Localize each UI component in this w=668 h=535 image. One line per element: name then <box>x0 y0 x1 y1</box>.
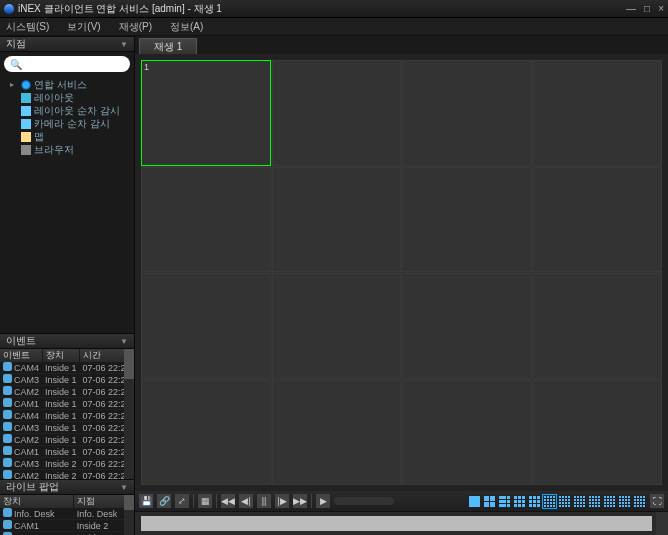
video-cell[interactable]: 1 <box>141 60 271 166</box>
video-cell[interactable] <box>141 273 271 379</box>
save-button[interactable]: 💾 <box>139 494 153 508</box>
timeline-track[interactable] <box>141 516 652 531</box>
tree-item-camseq[interactable]: 카메라 순차 감시 <box>4 117 130 130</box>
video-cell[interactable] <box>272 167 402 273</box>
event-panel-title: 이벤트 <box>6 334 36 348</box>
maximize-button[interactable]: □ <box>644 3 650 14</box>
layout-4x4-button[interactable] <box>588 495 601 508</box>
live-panel-header[interactable]: 라이브 팝업 ▼ <box>0 479 134 495</box>
close-button[interactable]: × <box>658 3 664 14</box>
video-cell[interactable] <box>272 273 402 379</box>
motion-icon <box>3 398 12 407</box>
layout-icon <box>21 93 31 103</box>
search-input[interactable] <box>4 56 130 72</box>
event-row[interactable]: CAM2Inside 107-06 22:27... <box>0 434 134 446</box>
event-row[interactable]: CAM2Inside 207-06 22:28... <box>0 470 134 480</box>
layout-4x4-button[interactable] <box>618 495 631 508</box>
video-cell[interactable] <box>402 167 532 273</box>
event-row[interactable]: CAM3Inside 107-06 22:28... <box>0 374 134 386</box>
live-table: 장치 지점 Info. DeskInfo. DeskCAM1Inside 2CA… <box>0 495 134 535</box>
fullscreen-button[interactable]: ⛶ <box>650 494 664 508</box>
video-cell[interactable] <box>402 60 532 166</box>
rewind-step-button[interactable]: ◀| <box>239 494 253 508</box>
search-wrap <box>0 52 134 76</box>
layout-4x4-button[interactable] <box>543 495 556 508</box>
event-row[interactable]: CAM4Inside 107-06 22:27... <box>0 410 134 422</box>
layout-4x4-button[interactable] <box>633 495 646 508</box>
chevron-down-icon[interactable]: ▼ <box>120 483 128 492</box>
chevron-down-icon[interactable]: ▼ <box>120 40 128 49</box>
layout-buttons <box>468 495 646 508</box>
menu-system[interactable]: 시스템(S) <box>6 20 49 34</box>
video-cell[interactable] <box>141 167 271 273</box>
tree-item-layseq[interactable]: 레이아웃 순차 감시 <box>4 104 130 117</box>
minimize-button[interactable]: — <box>626 3 636 14</box>
link-button[interactable]: 🔗 <box>157 494 171 508</box>
globe-icon <box>21 80 31 90</box>
layout-3x3-button[interactable] <box>528 495 541 508</box>
tree-item-map[interactable]: 맵 <box>4 130 130 143</box>
layout-1x1-button[interactable] <box>468 495 481 508</box>
video-cell[interactable] <box>402 380 532 486</box>
tree-item-layout[interactable]: 레이아웃 <box>4 91 130 104</box>
timeline-scrollbar[interactable] <box>656 512 668 535</box>
layout-4x4-button[interactable] <box>603 495 616 508</box>
live-row[interactable]: Info. DeskInfo. Desk <box>0 508 134 520</box>
live-row[interactable]: CAM2Inside 1 <box>0 532 134 536</box>
play-button[interactable]: ▶ <box>316 494 330 508</box>
event-row[interactable]: CAM1Inside 107-06 22:27... <box>0 446 134 458</box>
menu-about[interactable]: 정보(A) <box>170 20 203 34</box>
event-col-event[interactable]: 이벤트 <box>0 349 42 362</box>
forward-step-button[interactable]: |▶ <box>275 494 289 508</box>
motion-icon <box>3 422 12 431</box>
event-table: 이벤트 장치 시간 CAM4Inside 107-06 22:28...CAM3… <box>0 349 134 479</box>
layout-2x2-button[interactable] <box>483 495 496 508</box>
camera-icon <box>3 520 12 529</box>
event-col-device[interactable]: 장치 <box>42 349 80 362</box>
video-cell[interactable] <box>533 380 663 486</box>
event-row[interactable]: CAM4Inside 107-06 22:28... <box>0 362 134 374</box>
event-row[interactable]: CAM3Inside 107-06 22:27... <box>0 422 134 434</box>
expand-button[interactable]: ⤢ <box>175 494 189 508</box>
live-row[interactable]: CAM1Inside 2 <box>0 520 134 532</box>
menu-play[interactable]: 재생(P) <box>119 20 152 34</box>
motion-icon <box>3 434 12 443</box>
video-cell[interactable] <box>533 60 663 166</box>
layout-4x4-button[interactable] <box>573 495 586 508</box>
video-cell[interactable] <box>272 380 402 486</box>
tree-item-label: 맵 <box>34 130 44 144</box>
event-scrollbar[interactable] <box>124 349 134 479</box>
video-cell[interactable] <box>533 273 663 379</box>
video-cell[interactable] <box>533 167 663 273</box>
event-row[interactable]: CAM3Inside 207-06 22:28... <box>0 458 134 470</box>
layout-4x4-button[interactable] <box>558 495 571 508</box>
tab-play1[interactable]: 재생 1 <box>139 38 197 54</box>
live-col-device[interactable]: 장치 <box>0 495 74 508</box>
video-grid: 1 <box>141 60 662 485</box>
site-tree: ▸연합 서비스레이아웃레이아웃 순차 감시카메라 순차 감시맵브라우저 <box>0 76 134 286</box>
live-scrollbar[interactable] <box>124 495 134 535</box>
tree-item-label: 카메라 순차 감시 <box>34 117 110 131</box>
tree-item-browser[interactable]: 브라우저 <box>4 143 130 156</box>
site-panel-header[interactable]: 지점 ▼ <box>0 36 134 52</box>
main-area: 재생 1 1 💾 🔗 ⤢ ▦ ◀◀ ◀| || |▶ ▶▶ ▶ ⛶ <box>135 36 668 535</box>
rewind-fast-button[interactable]: ◀◀ <box>221 494 235 508</box>
timeline[interactable] <box>135 511 668 535</box>
video-cell[interactable] <box>272 60 402 166</box>
video-cell[interactable] <box>141 380 271 486</box>
menu-view[interactable]: 보기(V) <box>67 20 100 34</box>
speed-slider[interactable] <box>334 497 394 505</box>
video-cell[interactable] <box>402 273 532 379</box>
event-panel-header[interactable]: 이벤트 ▼ <box>0 333 134 349</box>
motion-icon <box>3 410 12 419</box>
chevron-down-icon[interactable]: ▼ <box>120 337 128 346</box>
layout-3x3-button[interactable] <box>513 495 526 508</box>
pause-button[interactable]: || <box>257 494 271 508</box>
tree-item-globe[interactable]: ▸연합 서비스 <box>4 78 130 91</box>
event-row[interactable]: CAM2Inside 107-06 22:28... <box>0 386 134 398</box>
motion-icon <box>3 374 12 383</box>
forward-fast-button[interactable]: ▶▶ <box>293 494 307 508</box>
layout-1p5-button[interactable] <box>498 495 511 508</box>
event-row[interactable]: CAM1Inside 107-06 22:28... <box>0 398 134 410</box>
step-mode-button[interactable]: ▦ <box>198 494 212 508</box>
